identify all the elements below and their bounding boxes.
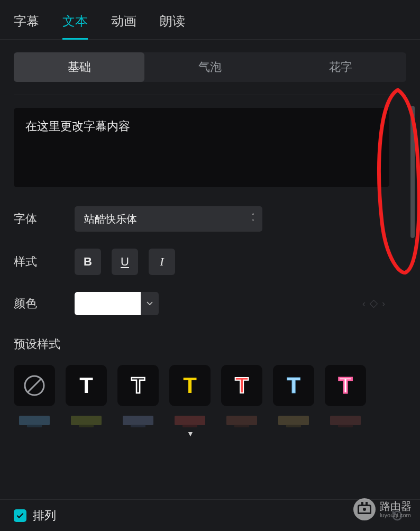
arrange-label: 排列 [33, 508, 56, 524]
reset-icon [390, 508, 405, 523]
t-white-icon: T [79, 373, 93, 398]
color-row: 颜色 ‹ › [14, 292, 389, 315]
check-icon [16, 511, 24, 520]
preset-style-grid: T T T T T T [14, 365, 389, 406]
next-keyframe-icon[interactable]: › [382, 298, 385, 309]
subtab-bubble[interactable]: 气泡 [144, 52, 275, 82]
underline-icon: U [121, 255, 129, 269]
style-row: 样式 B U I [14, 249, 389, 275]
t-blue-icon: T [287, 373, 300, 398]
preset-shadow-4[interactable] [169, 416, 211, 425]
color-picker[interactable] [75, 292, 159, 315]
italic-button[interactable]: I [149, 249, 175, 275]
underline-button[interactable]: U [112, 249, 138, 275]
svg-line-1 [28, 379, 41, 392]
preset-style-5[interactable]: T [273, 365, 314, 406]
preset-none[interactable] [14, 365, 55, 406]
none-icon [23, 374, 46, 397]
font-stepper[interactable]: ˄ ˅ [246, 214, 262, 224]
font-label: 字体 [14, 211, 75, 227]
tab-animation[interactable]: 动画 [111, 13, 136, 30]
preset-shadow-1[interactable] [14, 416, 55, 425]
vertical-scrollbar[interactable] [410, 106, 415, 238]
keyframe-nav: ‹ › [362, 298, 389, 309]
font-select[interactable]: 站酷快乐体 ˄ ˅ [75, 206, 262, 232]
divider [14, 95, 406, 95]
main-tabs: 字幕 文本 动画 朗读 [0, 0, 420, 40]
presets-label: 预设样式 [14, 336, 389, 352]
preset-shadow-6[interactable] [273, 416, 314, 425]
caption-input[interactable] [14, 108, 389, 187]
bold-button[interactable]: B [75, 249, 101, 275]
t-outline-icon: T [131, 373, 145, 398]
sub-tabs: 基础 气泡 花字 [14, 52, 406, 82]
preset-shadow-5[interactable] [221, 416, 262, 425]
preset-style-4[interactable]: T [221, 365, 262, 406]
t-yellow-icon: T [183, 373, 197, 398]
chevron-up-icon: ˄ [252, 214, 254, 218]
bottom-bar: 排列 [0, 499, 420, 531]
reset-button[interactable] [388, 507, 406, 525]
color-dropdown[interactable] [141, 292, 159, 315]
style-buttons: B U I [75, 249, 175, 275]
tab-subtitle[interactable]: 字幕 [14, 13, 39, 30]
preset-shadow-2[interactable] [66, 416, 107, 425]
expand-presets-icon[interactable]: ▼ [187, 429, 194, 438]
preset-shadow-3[interactable] [117, 416, 159, 425]
arrange-checkbox[interactable] [14, 509, 26, 522]
font-selected-name: 站酷快乐体 [75, 212, 246, 226]
preset-style-1[interactable]: T [66, 365, 107, 406]
font-row: 字体 站酷快乐体 ˄ ˅ [14, 206, 389, 232]
t-red-icon: T [235, 373, 249, 398]
preset-style-2[interactable]: T [117, 365, 159, 406]
preset-style-grid-row2 [14, 416, 389, 425]
bold-icon: B [84, 255, 92, 269]
t-pink-icon: T [339, 373, 352, 398]
preset-style-3[interactable]: T [169, 365, 211, 406]
style-label: 样式 [14, 254, 75, 270]
tab-read-aloud[interactable]: 朗读 [160, 13, 185, 30]
prev-keyframe-icon[interactable]: ‹ [362, 298, 366, 309]
keyframe-diamond-icon[interactable] [370, 299, 378, 308]
italic-icon: I [160, 255, 163, 269]
subtab-basic[interactable]: 基础 [14, 52, 144, 82]
preset-style-6[interactable]: T [325, 365, 366, 406]
color-swatch [75, 292, 141, 315]
color-label: 颜色 [14, 296, 75, 312]
tab-text[interactable]: 文本 [62, 13, 88, 30]
preset-shadow-7[interactable] [325, 416, 366, 425]
chevron-down-icon [147, 301, 153, 306]
content-scroll-area: 字体 站酷快乐体 ˄ ˅ 样式 B U I 颜色 ‹ › [14, 108, 410, 425]
subtab-fancy-text[interactable]: 花字 [276, 52, 406, 82]
chevron-down-icon: ˅ [252, 220, 254, 224]
